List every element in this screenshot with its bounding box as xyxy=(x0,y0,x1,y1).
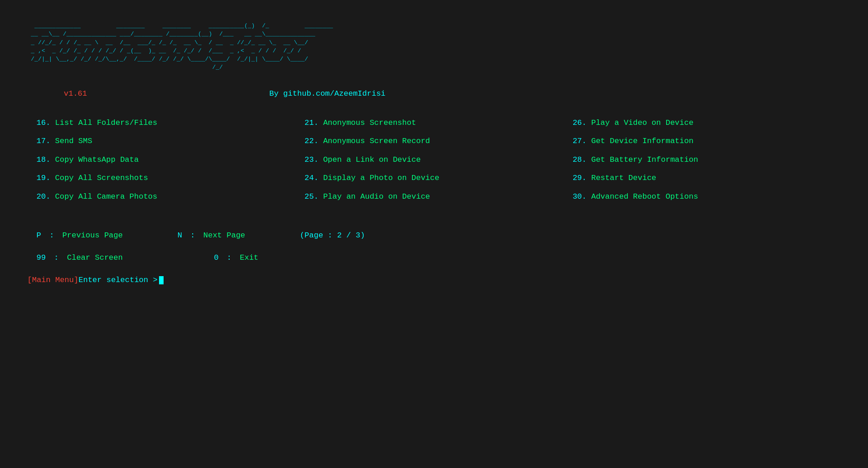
menu-label-23: Open a Link on Device xyxy=(323,155,421,164)
menu-label-17: Send SMS xyxy=(55,137,92,145)
menu-label-16: List All Folders/Files xyxy=(55,118,157,127)
menu-item-27[interactable]: 27. Get Device Information xyxy=(573,134,841,149)
clear-label: Clear Screen xyxy=(67,253,123,262)
menu-num-16: 16. xyxy=(36,118,55,127)
menu-item-26[interactable]: 26. Play a Video on Device xyxy=(573,116,841,130)
menu-num-24: 24. xyxy=(304,174,323,182)
menu-grid: 16. List All Folders/Files 21. Anonymous… xyxy=(27,116,841,204)
page-info: (Page : 2 / 3) xyxy=(300,231,365,240)
menu-num-29: 29. xyxy=(573,174,591,182)
ascii-art-header: _____________ ________ ________ ________… xyxy=(27,14,841,80)
prompt-main-menu: Main Menu xyxy=(32,276,74,284)
menu-item-22[interactable]: 22. Anonymous Screen Record xyxy=(304,134,572,149)
menu-item-25[interactable]: 25. Play an Audio on Device xyxy=(304,190,572,204)
menu-item-18[interactable]: 18. Copy WhatsApp Data xyxy=(36,153,304,167)
menu-num-25: 25. xyxy=(304,192,323,201)
menu-label-22: Anonymous Screen Record xyxy=(323,137,430,145)
prev-label: Previous Page xyxy=(62,231,123,240)
menu-num-28: 28. xyxy=(573,155,591,164)
menu-item-23[interactable]: 23. Open a Link on Device xyxy=(304,153,572,167)
menu-item-17[interactable]: 17. Send SMS xyxy=(36,134,304,149)
menu-num-19: 19. xyxy=(36,174,55,182)
bottom-row: 99 : Clear Screen 0 : Exit xyxy=(36,253,841,262)
menu-label-20: Copy All Camera Photos xyxy=(55,192,157,201)
menu-label-26: Play a Video on Device xyxy=(591,118,693,127)
prev-key: P xyxy=(36,231,41,240)
menu-item-19[interactable]: 19. Copy All Screenshots xyxy=(36,171,304,185)
menu-num-23: 23. xyxy=(304,155,323,164)
nav-row-pages: P : Previous Page N : Next Page (Page : … xyxy=(36,231,841,240)
next-label: Next Page xyxy=(203,231,245,240)
menu-num-18: 18. xyxy=(36,155,55,164)
menu-item-29[interactable]: 29. Restart Device xyxy=(573,171,841,185)
menu-label-24: Display a Photo on Device xyxy=(323,174,439,182)
menu-item-28[interactable]: 28. Get Battery Information xyxy=(573,153,841,167)
menu-label-30: Advanced Reboot Options xyxy=(591,192,698,201)
menu-label-25: Play an Audio on Device xyxy=(323,192,430,201)
input-line[interactable]: [ Main Menu ] Enter selection > xyxy=(27,276,841,284)
menu-num-17: 17. xyxy=(36,137,55,145)
menu-num-27: 27. xyxy=(573,137,591,145)
menu-label-19: Copy All Screenshots xyxy=(55,174,148,182)
next-page-nav[interactable]: N : Next Page xyxy=(177,231,245,240)
menu-item-24[interactable]: 24. Display a Photo on Device xyxy=(304,171,572,185)
menu-item-21[interactable]: 21. Anonymous Screenshot xyxy=(304,116,572,130)
menu-item-20[interactable]: 20. Copy All Camera Photos xyxy=(36,190,304,204)
prev-page-nav[interactable]: P : Previous Page xyxy=(36,231,123,240)
menu-num-21: 21. xyxy=(304,118,323,127)
by-line-text: By github.com/AzeemIdrisi xyxy=(269,89,385,98)
version-line: v1.61 By github.com/AzeemIdrisi xyxy=(64,89,841,98)
prev-sep: : xyxy=(49,231,58,240)
exit-nav[interactable]: 0 : Exit xyxy=(214,253,258,262)
version-text: v1.61 xyxy=(64,89,87,98)
menu-label-28: Get Battery Information xyxy=(591,155,698,164)
exit-sep: : xyxy=(227,253,236,262)
exit-key: 0 xyxy=(214,253,218,262)
menu-label-27: Get Device Information xyxy=(591,137,693,145)
exit-label: Exit xyxy=(240,253,258,262)
clear-key: 99 xyxy=(36,253,46,262)
prompt-enter-text: Enter selection > xyxy=(78,276,157,284)
menu-label-18: Copy WhatsApp Data xyxy=(55,155,139,164)
menu-num-30: 30. xyxy=(573,192,591,201)
input-cursor[interactable] xyxy=(159,276,164,284)
next-sep: : xyxy=(190,231,200,240)
menu-item-16[interactable]: 16. List All Folders/Files xyxy=(36,116,304,130)
next-key: N xyxy=(177,231,182,240)
menu-label-21: Anonymous Screenshot xyxy=(323,118,416,127)
nav-section: P : Previous Page N : Next Page (Page : … xyxy=(27,231,841,262)
prompt-bracket-open: [ xyxy=(27,276,32,284)
main-container: _____________ ________ ________ ________… xyxy=(0,0,868,298)
prompt-bracket-close: ] xyxy=(74,276,78,284)
menu-item-30[interactable]: 30. Advanced Reboot Options xyxy=(573,190,841,204)
menu-num-20: 20. xyxy=(36,192,55,201)
clear-sep: : xyxy=(54,253,63,262)
menu-label-29: Restart Device xyxy=(591,174,656,182)
clear-screen-nav[interactable]: 99 : Clear Screen xyxy=(36,253,123,262)
menu-num-22: 22. xyxy=(304,137,323,145)
menu-num-26: 26. xyxy=(573,118,591,127)
